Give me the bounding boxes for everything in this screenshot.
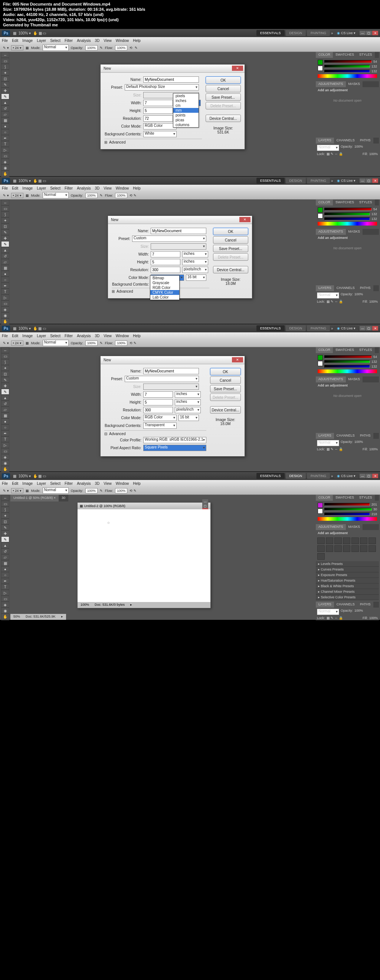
dialog-close-icon[interactable]: ✕ (239, 217, 251, 222)
swatches-tab[interactable]: SWATCHES (333, 52, 357, 58)
invert-icon[interactable] (343, 545, 350, 552)
ok-button[interactable]: OK (213, 228, 248, 235)
history-brush-tool[interactable]: ↺ (1, 105, 9, 111)
r-slider[interactable] (324, 60, 372, 63)
pixel-aspect-select[interactable]: Square Pixels (143, 445, 206, 451)
vibrance-icon[interactable] (351, 538, 359, 544)
hand-tool[interactable]: ✋ (1, 171, 9, 177)
close-button[interactable]: ✕ (372, 31, 378, 35)
float-zoom-readout[interactable]: 100% (80, 603, 89, 607)
float-min-icon[interactable]: — (202, 499, 208, 504)
channel-mixer-icon[interactable] (334, 545, 342, 552)
resolution-input[interactable] (143, 407, 173, 413)
move-tool[interactable]: ↔ (1, 52, 9, 58)
preset-select[interactable]: Custom (125, 376, 199, 382)
name-input[interactable] (143, 368, 199, 374)
dodge-tool[interactable]: ○ (1, 129, 9, 135)
resolution-input[interactable] (151, 267, 180, 273)
ok-button[interactable]: OK (210, 368, 241, 375)
document-tab-1[interactable]: Untitled-1 @ 50% (RGB/8) × (10, 495, 59, 501)
brush-tool[interactable]: ✎ (1, 94, 9, 99)
menu-edit[interactable]: Edit (12, 38, 18, 43)
color-mode-dropdown[interactable]: Bitmap Grayscale RGB Color CMYK Color La… (150, 275, 180, 300)
document-tab-2[interactable]: 30 (59, 495, 68, 501)
menu-analysis[interactable]: Analysis (77, 38, 91, 43)
preset-select[interactable]: Default Photoshop Size (125, 84, 199, 91)
ok-button[interactable]: OK (206, 76, 241, 84)
levels-icon[interactable] (326, 538, 333, 544)
units-dropdown[interactable]: pixels inches cm mm points picas columns (173, 93, 199, 127)
name-input[interactable] (151, 228, 206, 234)
brush-panel-icon[interactable]: ▦ (26, 46, 29, 50)
device-central-button[interactable]: Device Central... (210, 406, 241, 414)
flow-value[interactable]: 100% (115, 45, 127, 51)
bridge-icon[interactable]: ▦ (13, 31, 16, 35)
3d-tool[interactable]: ◈ (1, 159, 9, 165)
airbrush-icon[interactable]: ⟲ (129, 46, 133, 50)
threshold-icon[interactable] (360, 545, 367, 552)
spectrum-strip[interactable] (318, 74, 377, 78)
wand-tool[interactable]: ✦ (1, 70, 9, 76)
maximize-button[interactable]: ▢ (366, 31, 372, 35)
dialog-close-icon[interactable]: ✕ (232, 66, 243, 71)
float-max-icon[interactable]: ▢ (202, 504, 208, 508)
menu-help[interactable]: Help (133, 38, 141, 43)
advanced-toggle[interactable]: ⊟ (104, 432, 107, 436)
menu-filter[interactable]: Filter (65, 38, 73, 43)
posterize-icon[interactable] (351, 545, 359, 552)
height-input[interactable] (143, 108, 173, 114)
doc-size-readout[interactable]: Doc: 531.6K/525.9K (26, 615, 56, 619)
path-tool[interactable]: ▷ (1, 147, 9, 153)
save-preset-button[interactable]: Save Preset... (213, 245, 248, 252)
hand-icon[interactable]: ✋ (33, 31, 37, 35)
preset-item[interactable]: ▸ Selective Color Presets (316, 595, 379, 600)
cancel-button[interactable]: Cancel (210, 377, 241, 384)
cslive-button[interactable]: ◉ CS Live ▾ (334, 30, 358, 36)
color-balance-icon[interactable] (369, 538, 376, 544)
menu-layer[interactable]: Layer (37, 38, 46, 43)
color-mode-select[interactable]: RGB Color (143, 415, 177, 421)
photo-filter-icon[interactable] (326, 545, 333, 552)
bg-contents-select[interactable]: White (143, 131, 177, 137)
grid-icon[interactable]: ▦ (38, 31, 42, 35)
float-doc-readout[interactable]: Doc: 531.6K/0 bytes (95, 603, 125, 607)
menu-image[interactable]: Image (22, 38, 33, 43)
width-input[interactable] (143, 100, 173, 106)
stamp-tool[interactable]: ▲ (1, 99, 9, 105)
cancel-button[interactable]: Cancel (213, 236, 248, 244)
preset-item[interactable]: ▸ Levels Presets (316, 561, 379, 567)
fg-swatch[interactable] (318, 60, 323, 65)
advanced-toggle[interactable]: ⊞ (112, 290, 115, 293)
channels-tab[interactable]: CHANNELS (334, 138, 358, 143)
bw-icon[interactable] (317, 545, 325, 552)
gradient-map-icon[interactable] (369, 545, 376, 552)
workspace-more[interactable]: » (331, 31, 333, 35)
marquee-tool[interactable]: ▭ (1, 58, 9, 64)
minimize-button[interactable]: — (359, 31, 366, 35)
preset-select[interactable]: Custom (132, 235, 206, 242)
save-preset-button[interactable]: Save Preset... (206, 94, 241, 101)
screen-icon[interactable]: ▭ (43, 31, 46, 35)
height-input[interactable] (143, 399, 173, 406)
device-central-button[interactable]: Device Central... (206, 115, 241, 122)
preset-item[interactable]: ▸ Channel Mixer Presets (316, 589, 379, 595)
heal-tool[interactable]: ✚ (1, 88, 9, 94)
menu-window[interactable]: Window (116, 38, 129, 43)
b-slider[interactable] (324, 70, 370, 73)
device-central-button[interactable]: Device Central... (213, 266, 248, 274)
opacity-value[interactable]: 100% (85, 45, 97, 51)
height-input[interactable] (151, 259, 180, 265)
color-profile-select[interactable]: Working RGB: sRGB IEC61966-2.1 (143, 437, 206, 443)
paths-tab[interactable]: PATHS (358, 138, 373, 143)
bg-swatch[interactable] (318, 66, 323, 71)
dialog-close-icon[interactable]: ✕ (232, 357, 243, 363)
adjustments-tab[interactable]: ADJUSTMENTS (316, 81, 346, 87)
preset-item[interactable]: ▸ Curves Presets (316, 567, 379, 572)
type-tool[interactable]: T (1, 141, 9, 147)
dialog-titlebar[interactable]: New✕ (101, 65, 244, 73)
crop-tool[interactable]: ⊡ (1, 76, 9, 82)
preset-item[interactable]: ▸ Hue/Saturation Presets (316, 578, 379, 584)
3d-camera-tool[interactable]: ◉ (1, 165, 9, 171)
floating-document-window[interactable]: ▦ Untitled-2 @ 100% (RGB/8) —▢✕ ○ 100% D… (77, 502, 211, 608)
menu-select[interactable]: Select (50, 38, 61, 43)
